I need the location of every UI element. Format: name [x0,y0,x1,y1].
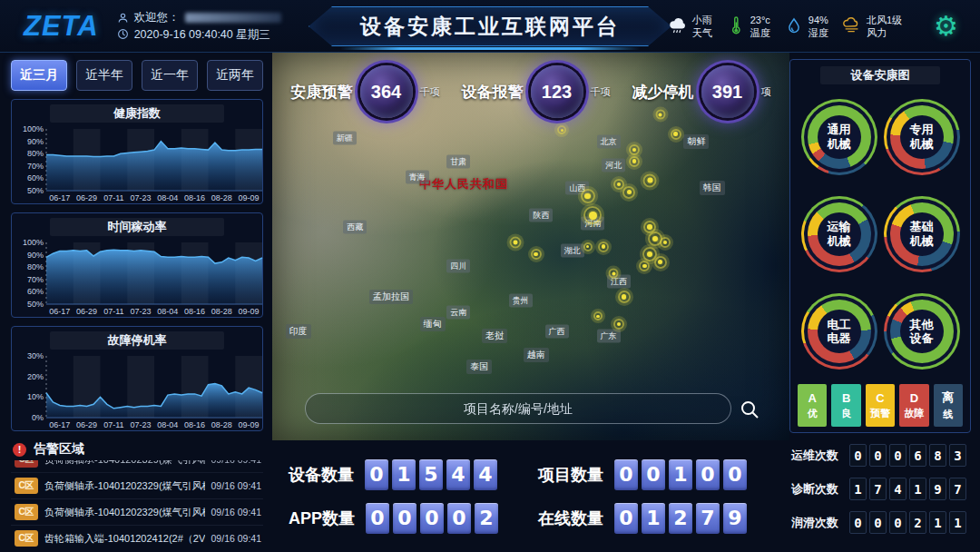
map-marker[interactable] [557,125,566,134]
digit: 0 [889,444,906,467]
page-title: 设备安康工业互联网平台 [360,13,620,41]
svg-text:100%: 100% [23,124,44,133]
filter-button-近两年[interactable]: 近两年 [207,60,263,91]
digit: 1 [669,459,692,490]
map-marker[interactable] [643,173,657,187]
stat-label: 项目数量 [538,464,603,486]
legend-label: 故障 [904,407,924,420]
health-panel-title: 设备安康图 [820,66,939,84]
weather-label: 湿度 [808,26,828,39]
map-label-朝鲜: 朝鲜 [683,134,709,149]
map-label-云南: 云南 [446,306,470,320]
map-marker[interactable] [671,129,681,140]
filter-button-近三月[interactable]: 近三月 [11,60,67,91]
alert-row[interactable]: C区负荷侧轴承-10401202329(煤气引风机电...09/16 09:41 [11,460,263,473]
kpi-value-ring: 391 [701,65,754,118]
search-box [305,393,731,424]
alert-text: 负荷侧轴承-10401202329(煤气引风机电... [44,460,205,467]
map-marker[interactable] [613,319,624,330]
filter-button-近半年[interactable]: 近半年 [76,60,132,91]
digit: 7 [696,503,720,534]
alert-exclamation-icon: ! [13,443,26,457]
weather-label: 天气 [692,26,712,39]
map-marker[interactable] [639,261,650,271]
map-marker[interactable] [609,269,619,279]
device-health-panel: 设备安康图 通用机械专用机械运输机械基础机械电工电器其他设备 A优B良C预警D故… [789,59,971,433]
welcome-block: 欢迎您： 2020-9-16 09:40:40 星期三 [117,9,281,44]
map-label-河北: 河北 [602,158,625,172]
svg-text:30%: 30% [27,351,44,360]
map-marker[interactable] [509,237,521,249]
chart-panels: 健康指数50%60%70%80%90%100%06-1706-2907-1107… [11,99,263,431]
legend-label: 线 [943,408,953,421]
digit: 1 [642,503,665,534]
svg-text:70%: 70% [27,275,44,284]
counter-运维次数: 运维次数000683 [791,444,971,467]
svg-text:06-29: 06-29 [76,307,97,316]
map-label-缅甸: 缅甸 [420,317,446,331]
map-marker[interactable] [622,186,635,199]
legend-grade: D [910,391,918,405]
alert-row[interactable]: C区负荷侧轴承-10401202329(煤气引风机电...09/16 09:41 [11,499,263,526]
alert-time: 09/16 09:41 [211,480,261,491]
svg-text:06-17: 06-17 [49,193,70,202]
gauge-通用机械[interactable]: 通用机械 [801,99,877,175]
alert-text: 负荷侧轴承-10401202329(煤气引风机电... [44,506,205,519]
kpi-unit: 千项 [591,85,611,99]
search-icon[interactable] [739,399,760,420]
gear-icon[interactable]: ⚙ [934,13,958,40]
svg-text:50%: 50% [27,186,44,195]
map-marker[interactable] [583,206,602,224]
map-marker[interactable] [581,189,595,203]
map-marker[interactable] [598,242,609,252]
digit: 7 [869,478,887,500]
digit: 2 [475,503,498,534]
digit: 0 [614,503,638,534]
map-marker[interactable] [654,256,667,269]
digit: 7 [949,478,966,500]
gauge-专用机械[interactable]: 专用机械 [884,99,960,175]
map-label-越南: 越南 [524,348,549,362]
stat-label: 在线数量 [538,508,603,529]
weather-value: 北风1级 [867,13,902,25]
map-marker[interactable] [583,242,593,251]
dashboard-root: ZETA 欢迎您： 2020-9-16 09:40:40 星期三 设备安康工业互… [0,0,980,552]
search-input[interactable] [306,394,730,423]
counter-诊断次数: 诊断次数174197 [791,478,971,500]
weather-value: 94% [808,13,828,25]
map-marker[interactable] [618,291,631,303]
map-marker[interactable] [531,249,542,260]
chart-title: 时间稼动率 [50,218,224,236]
digit: 8 [929,444,946,467]
stat-项目数量: 项目数量00100 [538,459,747,490]
svg-text:08-04: 08-04 [157,193,178,202]
gauge-基础机械[interactable]: 基础机械 [884,196,960,272]
gauge-电工电器[interactable]: 电工电器 [801,293,877,370]
gauge-grid: 通用机械专用机械运输机械基础机械电工电器其他设备 [798,86,963,379]
digit: 0 [365,459,388,490]
chart-故障停机率: 0%10%20%30%06-1706-2907-1107-2308-0408-1… [16,351,267,429]
chart-panel: 健康指数50%60%70%80%90%100%06-1706-2907-1107… [11,99,263,204]
alert-row[interactable]: C区齿轮箱输入端-10401202412(2#（2V）...09/16 09:4… [11,526,263,547]
legend-label: 良 [841,407,851,420]
map-marker[interactable] [660,237,671,248]
weather-text: 94%湿度 [808,13,828,39]
svg-text:09-09: 09-09 [239,193,260,202]
map-marker[interactable] [629,156,640,167]
counter-label: 运维次数 [791,448,842,464]
alert-row[interactable]: C区负荷侧轴承-10401202329(煤气引风机电...09/16 09:41 [11,473,263,499]
map-marker[interactable] [593,311,603,320]
map-marker[interactable] [629,144,640,155]
filter-button-近一年[interactable]: 近一年 [142,60,198,91]
map-label-陕西: 陕西 [529,209,553,222]
svg-text:07-23: 07-23 [131,307,152,316]
gauge-其他设备[interactable]: 其他设备 [884,293,960,370]
map-label-泰国: 泰国 [466,360,492,374]
gauge-运输机械[interactable]: 运输机械 [801,196,877,272]
digit: 9 [929,478,946,500]
map-marker[interactable] [613,179,624,190]
china-map[interactable]: 安康预警364千项设备报警123千项减少停机391项 中华人民共和国朝鲜韩国印度… [272,53,789,440]
counter-digits: 000683 [849,444,966,467]
svg-text:70%: 70% [27,162,44,171]
svg-text:06-17: 06-17 [49,307,70,316]
